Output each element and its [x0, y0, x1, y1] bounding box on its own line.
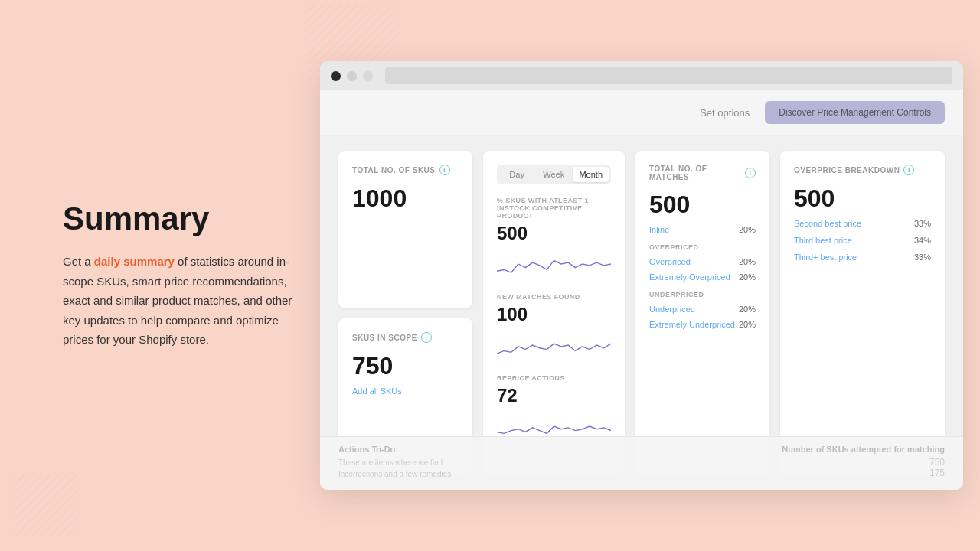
- browser-window: Set options Discover Price Management Co…: [320, 61, 963, 490]
- inline-link[interactable]: Inline: [649, 225, 669, 234]
- chart-section-reprice: REPRICE ACTIONS 72: [497, 374, 611, 445]
- underpriced-link[interactable]: Underpriced: [649, 305, 695, 314]
- bottom-right-section: Number of SKUs attempted for matching 75…: [651, 445, 945, 482]
- third-best-pct: 34%: [914, 236, 931, 245]
- skus-in-scope-value: 750: [352, 352, 459, 380]
- maximize-traffic-light[interactable]: [363, 71, 373, 81]
- actions-text-1: These are items where we find: [338, 457, 632, 468]
- matches-card-label: TOTAL NO. OF MATCHES i: [649, 165, 756, 181]
- extremely-overpriced-pct: 20%: [739, 272, 756, 282]
- skus-in-scope-label: SKUS IN SCOPE i: [352, 332, 459, 343]
- close-traffic-light[interactable]: [331, 71, 341, 81]
- second-best-link[interactable]: Second best price: [794, 219, 861, 228]
- breakdown-card-column: OVERPRICE BREAKDOWN i 500 Second best pr…: [780, 151, 945, 475]
- chart-card-column: Day Week Month % SKUS WITH ATLEAST 1 INS…: [483, 151, 625, 475]
- matches-sparkline: [497, 330, 611, 360]
- sku-cards-column: TOTAL NO. OF SKUS i 1000 SKUS IN SCOPE i…: [338, 151, 472, 475]
- overpriced-row: Overpriced 20%: [649, 257, 756, 266]
- extremely-underpriced-pct: 20%: [739, 320, 756, 329]
- browser-content: Set options Discover Price Management Co…: [320, 90, 963, 490]
- breakdown-value: 500: [794, 184, 931, 213]
- highlight-text: daily summary: [94, 255, 175, 268]
- desc-prefix: Get a: [63, 255, 94, 268]
- browser-titlebar: [320, 61, 963, 90]
- underpriced-row: Underpriced 20%: [649, 305, 756, 314]
- matches-attempt-value2: 175: [651, 468, 945, 478]
- left-panel: Summary Get a daily summary of statistic…: [63, 201, 292, 350]
- matches-attempt-label: Number of SKUs attempted for matching: [651, 445, 945, 454]
- second-best-pct: 33%: [914, 219, 931, 228]
- third-plus-link[interactable]: Third+ best price: [794, 253, 857, 262]
- matches-info-icon[interactable]: i: [745, 168, 756, 178]
- competitive-value: 500: [497, 223, 611, 244]
- bottom-bar: Actions To-Do These are items where we f…: [320, 436, 963, 490]
- inline-row: Inline 20%: [649, 225, 756, 234]
- chart-section-matches: NEW MATCHES FOUND 100: [497, 293, 611, 364]
- total-skus-card: TOTAL NO. OF SKUS i 1000: [338, 151, 472, 308]
- tab-day[interactable]: Day: [499, 167, 534, 182]
- overpriced-pct: 20%: [739, 257, 756, 266]
- chart-card: Day Week Month % SKUS WITH ATLEAST 1 INS…: [483, 151, 625, 475]
- actions-label: Actions To-Do: [338, 445, 632, 454]
- inline-pct: 20%: [739, 225, 756, 234]
- breakdown-label: OVERPRICE BREAKDOWN i: [794, 165, 931, 175]
- extremely-overpriced-link[interactable]: Extremely Overpriced: [649, 272, 730, 282]
- breakdown-card: OVERPRICE BREAKDOWN i 500 Second best pr…: [780, 151, 945, 475]
- matches-value: 100: [497, 304, 611, 325]
- third-best-link[interactable]: Third best price: [794, 236, 852, 245]
- overpriced-divider: OVERPRICED: [649, 243, 756, 251]
- total-skus-info-icon[interactable]: i: [439, 165, 450, 175]
- tab-month[interactable]: Month: [573, 167, 609, 182]
- address-bar[interactable]: [385, 67, 952, 84]
- breakdown-info-icon[interactable]: i: [903, 165, 914, 175]
- set-options-button[interactable]: Set options: [700, 107, 750, 119]
- competitive-sparkline: [497, 249, 611, 279]
- total-skus-value: 1000: [352, 184, 459, 213]
- svg-rect-3: [15, 474, 77, 536]
- skus-in-scope-info-icon[interactable]: i: [421, 332, 432, 343]
- reprice-label: REPRICE ACTIONS: [497, 374, 611, 382]
- matches-attempt-value: 750: [651, 457, 945, 468]
- chart-section-competitive: % SKUS WITH ATLEAST 1 INSTOCK COMPETITIV…: [497, 197, 611, 282]
- extremely-underpriced-row: Extremely Underpriced 20%: [649, 320, 756, 329]
- third-plus-pct: 33%: [914, 253, 931, 262]
- reprice-value: 72: [497, 385, 611, 406]
- matches-card-column: TOTAL NO. OF MATCHES i 500 Inline 20% OV…: [635, 151, 769, 475]
- extremely-underpriced-link[interactable]: Extremely Underpriced: [649, 320, 735, 329]
- time-tab-selector: Day Week Month: [497, 165, 611, 184]
- summary-description: Get a daily summary of statistics around…: [63, 252, 292, 350]
- actions-todo-section: Actions To-Do These are items where we f…: [338, 445, 632, 482]
- third-plus-row: Third+ best price 33%: [794, 253, 931, 262]
- underpriced-divider: UNDERPRICED: [649, 291, 756, 298]
- extremely-overpriced-row: Extremely Overpriced 20%: [649, 272, 756, 282]
- competitive-label: % SKUS WITH ATLEAST 1 INSTOCK COMPETITIV…: [497, 197, 611, 220]
- discover-controls-button[interactable]: Discover Price Management Controls: [765, 101, 945, 124]
- overpriced-link[interactable]: Overpriced: [649, 257, 691, 266]
- underpriced-pct: 20%: [739, 305, 756, 314]
- minimize-traffic-light[interactable]: [347, 71, 357, 81]
- matches-label: NEW MATCHES FOUND: [497, 293, 611, 301]
- add-all-skus-link[interactable]: Add all SKUs: [352, 386, 459, 396]
- matches-card: TOTAL NO. OF MATCHES i 500 Inline 20% OV…: [635, 151, 769, 475]
- tab-week[interactable]: Week: [536, 167, 571, 182]
- page-title: Summary: [63, 201, 292, 236]
- desc-suffix: of statistics around in-scope SKUs, smar…: [63, 255, 292, 346]
- matches-card-value: 500: [649, 191, 756, 219]
- third-best-row: Third best price 34%: [794, 236, 931, 245]
- top-bar: Set options Discover Price Management Co…: [320, 90, 963, 135]
- total-skus-label: TOTAL NO. OF SKUS i: [352, 165, 459, 175]
- second-best-row: Second best price 33%: [794, 219, 931, 228]
- actions-text-2: Incorrections and a few remedies: [338, 468, 632, 480]
